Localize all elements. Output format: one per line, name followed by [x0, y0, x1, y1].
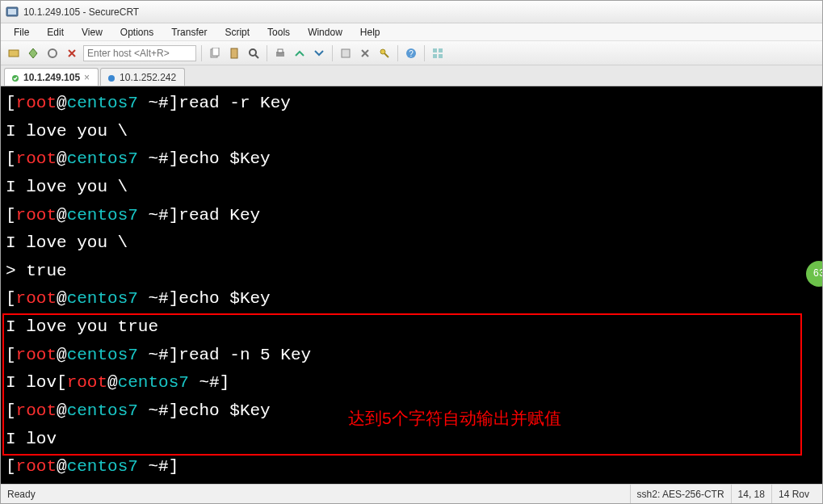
- terminal-line: > true: [6, 258, 817, 286]
- svg-rect-11: [342, 49, 350, 57]
- tabbar: 10.1.249.105 × 10.1.252.242: [1, 65, 822, 86]
- toolbar-separator: [424, 45, 425, 61]
- svg-rect-10: [278, 49, 283, 52]
- terminal-line: [root@centos7 ~#]read -r Key: [6, 90, 817, 118]
- reconnect-icon[interactable]: [44, 45, 61, 61]
- svg-point-21: [108, 75, 115, 82]
- statusbar: Ready ssh2: AES-256-CTR 14, 18 14 Rov: [1, 484, 822, 503]
- menu-help[interactable]: Help: [352, 25, 388, 40]
- menu-file[interactable]: File: [6, 25, 37, 40]
- menu-edit[interactable]: Edit: [39, 25, 72, 40]
- status-rows: 14 Rov: [771, 485, 816, 503]
- terminal-line: [root@centos7 ~#]: [6, 453, 817, 481]
- svg-rect-2: [9, 50, 19, 57]
- titlebar: 10.1.249.105 - SecureCRT: [1, 1, 822, 23]
- toolbar: ?: [1, 41, 822, 65]
- session-tab[interactable]: 10.1.252.242: [100, 68, 185, 86]
- quick-connect-icon[interactable]: [25, 45, 41, 61]
- transfer-icon[interactable]: [292, 45, 308, 61]
- terminal-line: I love you \: [6, 174, 817, 202]
- menu-tools[interactable]: Tools: [259, 25, 298, 40]
- status-cursor-pos: 14, 18: [731, 485, 771, 503]
- tile-icon[interactable]: [430, 45, 446, 61]
- disconnect-icon[interactable]: [64, 45, 80, 61]
- terminal-line: [root@centos7 ~#]read Key: [6, 202, 817, 230]
- app-icon: [6, 6, 19, 19]
- help-icon[interactable]: ?: [403, 45, 419, 61]
- menu-window[interactable]: Window: [300, 25, 351, 40]
- toolbar-separator: [397, 45, 398, 61]
- terminal[interactable]: [root@centos7 ~#]read -r KeyI love you \…: [1, 86, 822, 484]
- tab-label: 10.1.252.242: [120, 72, 176, 83]
- menu-view[interactable]: View: [73, 25, 111, 40]
- session-tab-active[interactable]: 10.1.249.105 ×: [4, 68, 99, 86]
- properties-icon[interactable]: [338, 45, 354, 61]
- print-icon[interactable]: [272, 45, 288, 61]
- svg-rect-16: [433, 48, 437, 52]
- toolbar-separator: [201, 45, 202, 61]
- key-icon[interactable]: [376, 45, 393, 61]
- terminal-line: [root@centos7 ~#]echo $Key: [6, 145, 817, 174]
- toolbar-separator: [332, 45, 333, 61]
- terminal-line: I love you \: [6, 118, 817, 146]
- svg-rect-5: [212, 48, 219, 56]
- svg-point-3: [48, 49, 57, 57]
- svg-line-13: [384, 53, 388, 57]
- find-icon[interactable]: [246, 45, 262, 61]
- status-cipher: ssh2: AES-256-CTR: [630, 485, 731, 503]
- receive-icon[interactable]: [311, 45, 327, 61]
- copy-icon[interactable]: [207, 45, 223, 61]
- close-icon[interactable]: ×: [84, 72, 90, 83]
- svg-rect-19: [439, 54, 443, 58]
- menubar: File Edit View Options Transfer Script T…: [1, 23, 822, 41]
- status-info-icon: [107, 74, 115, 82]
- terminal-line: [root@centos7 ~#]echo $Key: [6, 285, 817, 313]
- host-input[interactable]: [83, 45, 196, 61]
- toolbar-separator: [267, 45, 267, 61]
- menu-transfer[interactable]: Transfer: [163, 25, 215, 40]
- window-title: 10.1.249.105 - SecureCRT: [23, 6, 139, 18]
- paste-icon[interactable]: [226, 45, 242, 61]
- tab-label: 10.1.249.105: [23, 72, 80, 83]
- svg-point-7: [250, 49, 256, 56]
- svg-rect-18: [433, 54, 437, 58]
- svg-rect-1: [8, 9, 16, 15]
- menu-script[interactable]: Script: [216, 25, 258, 40]
- svg-line-8: [255, 55, 258, 58]
- connect-icon[interactable]: [6, 45, 22, 61]
- annotation-text: 达到5个字符自动输出并赋值: [348, 405, 561, 433]
- svg-rect-17: [439, 48, 443, 52]
- svg-text:?: ?: [409, 49, 414, 58]
- status-ok-icon: [11, 74, 19, 82]
- highlight-box: [2, 313, 802, 456]
- terminal-line: I love you \: [6, 229, 817, 258]
- svg-rect-6: [231, 48, 237, 58]
- menu-options[interactable]: Options: [112, 25, 162, 40]
- settings-icon[interactable]: [357, 45, 373, 61]
- status-ready: Ready: [7, 489, 36, 500]
